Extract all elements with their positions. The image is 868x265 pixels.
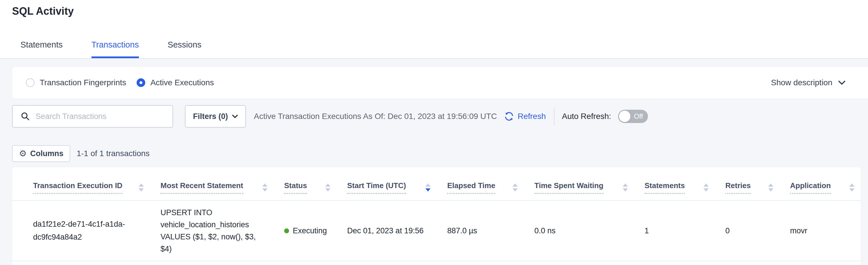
columns-label: Columns — [30, 149, 64, 158]
column-header-start-time[interactable]: Start Time (UTC) — [347, 182, 447, 200]
refresh-label: Refresh — [518, 112, 546, 121]
cell-time-spent-waiting: 0.0 ns — [534, 227, 645, 235]
column-header-statements[interactable]: Statements — [645, 182, 725, 200]
column-header-status[interactable]: Status — [284, 182, 347, 200]
sort-icon[interactable] — [262, 184, 268, 194]
radio-active-executions[interactable]: Active Executions — [136, 78, 214, 87]
column-header-most-recent-statement[interactable]: Most Recent Statement — [160, 182, 284, 200]
tab-sessions[interactable]: Sessions — [168, 40, 202, 58]
column-header-retries[interactable]: Retries — [725, 182, 790, 200]
radio-label: Transaction Fingerprints — [40, 78, 126, 87]
results-count: 1-1 of 1 transactions — [76, 149, 150, 158]
tab-bar: Statements Transactions Sessions — [21, 40, 201, 58]
filters-label: Filters (0) — [193, 112, 228, 121]
view-selector-card: Transaction Fingerprints Active Executio… — [12, 67, 868, 99]
radio-unselected-icon[interactable] — [26, 78, 34, 87]
radio-label: Active Executions — [150, 78, 214, 87]
cell-elapsed-time: 887.0 µs — [447, 227, 534, 235]
toggle-knob[interactable] — [619, 111, 630, 122]
toggle-state-label: Off — [634, 112, 643, 121]
sort-icon[interactable] — [849, 184, 855, 194]
cell-retries: 0 — [725, 227, 790, 235]
cell-statements: 1 — [645, 227, 725, 235]
chevron-down-icon — [232, 115, 238, 118]
search-box[interactable] — [12, 105, 173, 128]
cell-application: movr — [790, 227, 861, 235]
auto-refresh-toggle[interactable]: Off — [618, 110, 648, 123]
column-header-transaction-execution-id[interactable]: Transaction Execution ID — [33, 182, 160, 200]
search-icon — [21, 112, 30, 121]
sort-icon[interactable] — [768, 184, 773, 194]
status-label: Executing — [293, 227, 327, 235]
chevron-down-icon — [838, 80, 845, 85]
column-header-time-spent-waiting[interactable]: Time Spent Waiting — [534, 182, 645, 200]
table-toolbar: ⚙ Columns 1-1 of 1 transactions — [12, 145, 150, 162]
table-header-row: Transaction Execution ID Most Recent Sta… — [12, 167, 861, 201]
columns-button[interactable]: ⚙ Columns — [12, 145, 70, 162]
radio-transaction-fingerprints[interactable]: Transaction Fingerprints — [26, 78, 126, 87]
filters-button[interactable]: Filters (0) — [185, 105, 246, 128]
as-of-timestamp: Active Transaction Executions As Of: Dec… — [254, 112, 497, 121]
transactions-table: Transaction Execution ID Most Recent Sta… — [12, 167, 861, 265]
radio-selected-icon[interactable] — [136, 78, 145, 87]
show-description-toggle[interactable]: Show description — [771, 78, 845, 87]
executing-status-dot-icon — [284, 229, 289, 233]
sort-icon-descending[interactable] — [425, 184, 431, 194]
refresh-button[interactable]: Refresh — [504, 111, 546, 122]
sort-icon[interactable] — [704, 184, 709, 194]
search-input[interactable] — [36, 112, 167, 121]
column-header-application[interactable]: Application — [790, 182, 861, 200]
controls-row: Filters (0) Active Transaction Execution… — [12, 105, 858, 128]
column-header-elapsed-time[interactable]: Elapsed Time — [447, 182, 534, 200]
cell-transaction-execution-id[interactable]: da1f21e2-de71-4c1f-a1da-dc9fc94a84a2 — [33, 218, 138, 244]
sort-icon[interactable] — [325, 184, 331, 194]
page-header: SQL Activity Statements Transactions Ses… — [0, 0, 868, 59]
sql-activity-page: SQL Activity Statements Transactions Ses… — [0, 0, 868, 265]
cell-most-recent-statement: UPSERT INTO vehicle_location_histories V… — [160, 207, 276, 255]
tab-transactions[interactable]: Transactions — [91, 40, 139, 58]
tab-statements[interactable]: Statements — [21, 40, 63, 58]
cell-status: Executing — [284, 227, 347, 235]
sort-icon[interactable] — [513, 184, 518, 194]
auto-refresh-label: Auto Refresh: — [562, 112, 611, 121]
table-row[interactable]: da1f21e2-de71-4c1f-a1da-dc9fc94a84a2 UPS… — [12, 201, 861, 261]
refresh-icon — [504, 111, 514, 122]
cell-start-time: Dec 01, 2023 at 19:56 — [347, 227, 447, 235]
gear-icon: ⚙ — [19, 149, 27, 158]
sort-icon[interactable] — [138, 184, 144, 194]
vertical-divider — [554, 107, 555, 126]
show-description-label: Show description — [771, 78, 832, 87]
sort-icon[interactable] — [623, 184, 628, 194]
page-title: SQL Activity — [12, 5, 74, 17]
